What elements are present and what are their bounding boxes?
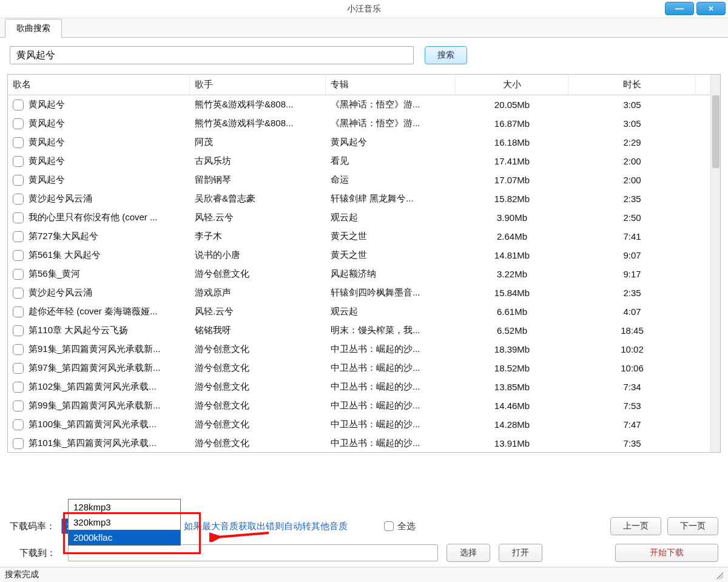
- cell-artist: 游兮创意文化: [190, 381, 326, 393]
- cell-artist: 风轻.云兮: [190, 306, 326, 317]
- row-checkbox[interactable]: [13, 250, 24, 261]
- cell-duration: 7:35: [568, 438, 696, 448]
- cell-album: 黄风起兮: [326, 137, 456, 148]
- cell-size: 18.52Mb: [456, 363, 568, 373]
- row-checkbox[interactable]: [13, 306, 24, 317]
- table-row[interactable]: 第561集 大风起兮说书的小唐黄天之世14.81Mb9:07: [8, 246, 710, 265]
- quality-option-2000[interactable]: 2000kflac: [69, 530, 180, 545]
- cell-name: 黄风起兮: [8, 137, 190, 148]
- row-checkbox[interactable]: [13, 194, 24, 205]
- col-duration[interactable]: 时长: [568, 75, 696, 95]
- cell-name: 第91集_第四篇黄河风光承载新...: [8, 343, 190, 355]
- cell-name: 第56集_黄河: [8, 268, 190, 280]
- vertical-scrollbar[interactable]: [710, 75, 720, 452]
- row-checkbox[interactable]: [13, 212, 24, 223]
- row-checkbox[interactable]: [13, 344, 24, 355]
- table-row[interactable]: 我的心里只有你没有他 (cover ...风轻.云兮观云起3.90Mb2:50: [8, 208, 710, 227]
- cell-name: 第97集_第四篇黄河风光承载新...: [8, 362, 190, 374]
- cell-album: 《黑神话：悟空》游...: [326, 118, 456, 129]
- table-row[interactable]: 第727集大风起兮李子木黄天之世2.64Mb7:41: [8, 227, 710, 246]
- tab-strip: 歌曲搜索: [0, 18, 728, 38]
- download-to-label: 下载到：: [19, 547, 56, 559]
- table-row[interactable]: 趁你还年轻 (cover 秦海璐薇娅...风轻.云兮观云起6.61Mb4:07: [8, 302, 710, 321]
- cell-duration: 7:53: [568, 401, 696, 411]
- cell-name: 第110章 大风起兮云飞扬: [8, 325, 190, 336]
- cell-size: 6.61Mb: [456, 306, 568, 317]
- table-row[interactable]: 黄风起兮熊竹英&游戏科学&808...《黑神话：悟空》游...16.87Mb3:…: [8, 114, 710, 133]
- scrollbar-thumb[interactable]: [712, 95, 720, 168]
- row-checkbox[interactable]: [13, 175, 24, 186]
- table-row[interactable]: 第99集_第四篇黄河风光承载新...游兮创意文化中卫丛书：崛起的沙...14.4…: [8, 396, 710, 415]
- cell-size: 13.91Mb: [456, 438, 568, 448]
- row-checkbox[interactable]: [13, 325, 24, 336]
- download-path-input[interactable]: [68, 544, 438, 561]
- table-row[interactable]: 第91集_第四篇黄河风光承载新...游兮创意文化中卫丛书：崛起的沙...18.3…: [8, 340, 710, 359]
- table-row[interactable]: 黄风起兮古风乐坊看见17.41Mb2:00: [8, 152, 710, 171]
- row-checkbox[interactable]: [13, 100, 24, 110]
- search-input[interactable]: [10, 46, 414, 64]
- search-button[interactable]: 搜索: [425, 46, 467, 64]
- table-row[interactable]: 第100集_第四篇黄河风光承载...游兮创意文化中卫丛书：崛起的沙...14.2…: [8, 415, 710, 434]
- cell-name-text: 第100集_第四篇黄河风光承载...: [29, 419, 157, 430]
- cell-artist: 吴欣睿&曾志豪: [190, 193, 326, 205]
- table-row[interactable]: 黄风起兮熊竹英&游戏科学&808...《黑神话：悟空》游...20.05Mb3:…: [8, 95, 710, 114]
- resize-grip-icon[interactable]: [715, 570, 723, 579]
- row-checkbox[interactable]: [13, 156, 24, 167]
- row-checkbox[interactable]: [13, 382, 24, 393]
- cell-size: 3.22Mb: [456, 269, 568, 279]
- row-checkbox[interactable]: [13, 269, 24, 280]
- cell-duration: 3:05: [568, 100, 696, 110]
- row-checkbox[interactable]: [13, 363, 24, 374]
- cell-album: 中卫丛书：崛起的沙...: [326, 438, 456, 449]
- cell-name: 第561集 大风起兮: [8, 249, 190, 261]
- next-page-button[interactable]: 下一页: [667, 517, 718, 535]
- col-size[interactable]: 大小: [456, 75, 568, 95]
- open-folder-button[interactable]: 打开: [499, 544, 542, 562]
- cell-artist: 风轻.云兮: [190, 212, 326, 223]
- row-checkbox[interactable]: [13, 419, 24, 430]
- row-checkbox[interactable]: [13, 137, 24, 148]
- table-row[interactable]: 黄沙起兮风云涌吴欣睿&曾志豪轩辕剑肆 黑龙舞兮...15.82Mb2:35: [8, 189, 710, 208]
- row-checkbox[interactable]: [13, 401, 24, 411]
- cell-name: 第727集大风起兮: [8, 231, 190, 242]
- col-album[interactable]: 专辑: [326, 75, 456, 95]
- quality-option-128[interactable]: 128kmp3: [69, 499, 180, 515]
- quality-dropdown-list[interactable]: 128kmp3 320kmp3 2000kflac: [68, 499, 181, 546]
- close-button[interactable]: ×: [696, 2, 726, 15]
- quality-option-320[interactable]: 320kmp3: [69, 515, 180, 530]
- col-artist[interactable]: 歌手: [190, 75, 326, 95]
- table-row[interactable]: 黄沙起兮风云涌游戏原声轩辕剑四吟枫舞墨音...15.84Mb2:35: [8, 283, 710, 302]
- minimize-button[interactable]: —: [665, 2, 694, 15]
- cell-duration: 7:47: [568, 419, 696, 430]
- prev-page-button[interactable]: 上一页: [610, 517, 661, 535]
- table-row[interactable]: 第110章 大风起兮云飞扬铭铭我呀明末：馒头榨菜，我...6.52Mb18:45: [8, 321, 710, 340]
- cell-size: 20.05Mb: [456, 100, 568, 110]
- cell-name: 第102集_第四篇黄河风光承载...: [8, 381, 190, 393]
- cell-size: 14.28Mb: [456, 419, 568, 430]
- col-name[interactable]: 歌名: [8, 75, 190, 95]
- cell-album: 观云起: [326, 212, 456, 223]
- table-row[interactable]: 第97集_第四篇黄河风光承载新...游兮创意文化中卫丛书：崛起的沙...18.5…: [8, 359, 710, 377]
- row-checkbox[interactable]: [13, 231, 24, 242]
- status-bar: 搜索完成: [0, 567, 728, 582]
- cell-artist: 铭铭我呀: [190, 325, 326, 336]
- row-checkbox[interactable]: [13, 118, 24, 129]
- choose-folder-button[interactable]: 选择: [447, 544, 490, 562]
- cell-name: 黄风起兮: [8, 155, 190, 167]
- tab-song-search[interactable]: 歌曲搜索: [5, 19, 62, 38]
- select-all-checkbox[interactable]: 全选: [384, 521, 416, 532]
- table-row[interactable]: 黄风起兮阿茂黄风起兮16.18Mb2:29: [8, 133, 710, 152]
- table-row[interactable]: 第102集_第四篇黄河风光承载...游兮创意文化中卫丛书：崛起的沙...13.8…: [8, 377, 710, 396]
- cell-name-text: 第727集大风起兮: [29, 231, 98, 242]
- cell-size: 17.41Mb: [456, 156, 568, 166]
- cell-artist: 游兮创意文化: [190, 268, 326, 280]
- table-row[interactable]: 第101集_第四篇黄河风光承载...游兮创意文化中卫丛书：崛起的沙...13.9…: [8, 434, 710, 452]
- start-download-button[interactable]: 开始下载: [615, 544, 718, 562]
- row-checkbox[interactable]: [13, 438, 24, 449]
- cell-name-text: 第561集 大风起兮: [29, 249, 101, 261]
- row-checkbox[interactable]: [13, 288, 24, 299]
- cell-name-text: 第101集_第四篇黄河风光承载...: [29, 438, 157, 449]
- table-row[interactable]: 第56集_黄河游兮创意文化风起额济纳3.22Mb9:17: [8, 265, 710, 283]
- table-row[interactable]: 黄风起兮留韵钢琴命运17.07Mb2:00: [8, 171, 710, 189]
- cell-artist: 游兮创意文化: [190, 343, 326, 355]
